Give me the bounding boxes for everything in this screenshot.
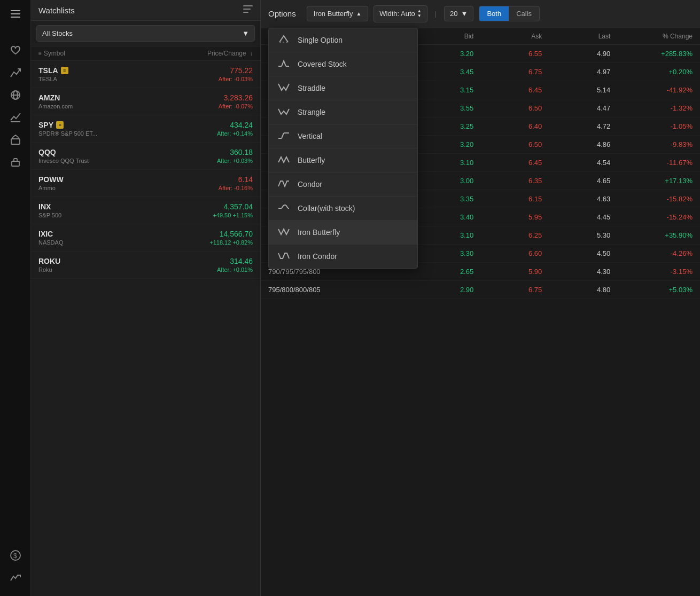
hamburger-menu-icon[interactable]: [6, 4, 25, 23]
pct-col-header: % Change: [610, 33, 693, 40]
cell-last: 4.90: [542, 50, 610, 58]
stock-price: 434.24: [230, 121, 253, 129]
stock-info: INX S&P 500: [38, 202, 61, 218]
cell-last: 5.14: [542, 86, 610, 94]
stock-change: After: +0.03%: [217, 158, 253, 164]
options-data-row[interactable]: 795/800/800/805 2.90 6.75 4.80 +5.03%: [261, 281, 700, 299]
svg-rect-13: [243, 9, 251, 10]
menu-item-icon: [277, 179, 290, 190]
svg-rect-9: [14, 159, 17, 161]
menu-item-label: Straddle: [298, 84, 325, 92]
basket-icon[interactable]: [6, 130, 25, 150]
dropdown-menu-item[interactable]: Butterfly: [269, 148, 417, 172]
quantity-arrow-icon: ▼: [461, 10, 468, 18]
globe-icon[interactable]: [6, 85, 25, 105]
ask-col-header: Ask: [473, 33, 542, 40]
strategy-dropdown[interactable]: Iron Butterfly ▲: [307, 6, 369, 21]
dropdown-menu-item[interactable]: Iron Condor: [269, 245, 417, 268]
cell-pct: +35.90%: [610, 231, 693, 239]
watchlist-title: Watchlists: [38, 6, 75, 15]
cell-ask: 5.95: [473, 213, 542, 221]
cell-pct: +0.20%: [610, 68, 693, 76]
stock-symbol: AMZN: [38, 93, 73, 102]
stock-prices: 14,566.70 +118.12 +0.82%: [209, 230, 253, 246]
dropdown-menu-item[interactable]: Vertical: [269, 124, 417, 148]
stock-info: POWW Ammo: [38, 175, 64, 191]
menu-item-icon: [277, 83, 290, 93]
svg-rect-7: [11, 139, 20, 144]
cell-last: 4.45: [542, 213, 610, 221]
strategy-label: Iron Butterfly: [314, 10, 353, 18]
badge-icon: ≡: [61, 67, 68, 74]
dropdown-menu-item[interactable]: Collar(with stock): [269, 197, 417, 221]
cell-ask: 6.40: [473, 122, 542, 130]
stock-name: Roku: [38, 266, 60, 273]
stock-prices: 6.14 After: -0.16%: [219, 175, 253, 191]
cell-ask: 6.15: [473, 195, 542, 203]
heart-icon[interactable]: [6, 41, 25, 60]
cell-ask: 6.35: [473, 177, 542, 185]
stock-list: TSLA ≡ TESLA 775.22 After: -0.03% AMZN A…: [31, 61, 260, 596]
cell-ask: 6.75: [473, 286, 542, 294]
all-stocks-dropdown[interactable]: All Stocks ▼: [36, 25, 255, 42]
toggle-group: Both Calls: [479, 6, 540, 21]
dropdown-menu-item[interactable]: Iron Butterfly: [269, 221, 417, 245]
stock-change: +118.12 +0.82%: [209, 239, 253, 246]
menu-item-label: Iron Butterfly: [298, 228, 340, 237]
dropdown-menu-item[interactable]: Single Option: [269, 28, 417, 52]
width-dropdown[interactable]: Width: Auto ▲▼: [374, 5, 427, 22]
watchlist-menu-icon[interactable]: [243, 5, 253, 15]
both-toggle[interactable]: Both: [479, 6, 509, 21]
menu-item-label: Collar(with stock): [298, 204, 355, 213]
stock-item[interactable]: SPY ≡ SPDR® S&P 500 ET... 434.24 After: …: [31, 115, 260, 143]
stock-item[interactable]: POWW Ammo 6.14 After: -0.16%: [31, 170, 260, 197]
cell-ask: 6.25: [473, 231, 542, 239]
stock-price: 3,283.26: [224, 93, 253, 102]
cell-ask: 6.45: [473, 86, 542, 94]
watchlist-columns: ≡ Symbol Price/Change ↕: [31, 46, 260, 61]
stock-info: ROKU Roku: [38, 257, 60, 273]
stock-name: S&P 500: [38, 212, 61, 218]
dropdown-menu-item[interactable]: Straddle: [269, 76, 417, 100]
stock-name: Invesco QQQ Trust: [38, 158, 89, 164]
watchlist-filter: All Stocks ▼: [31, 21, 260, 46]
stock-price: 14,566.70: [220, 230, 253, 238]
stock-symbol: QQQ: [38, 148, 89, 156]
cell-pct: -41.92%: [610, 86, 693, 94]
trending-icon[interactable]: [6, 108, 25, 127]
cell-last: 4.72: [542, 122, 610, 130]
stock-item[interactable]: QQQ Invesco QQQ Trust 360.18 After: +0.0…: [31, 143, 260, 170]
stock-symbol: ROKU: [38, 257, 60, 265]
quantity-select[interactable]: 20 ▼: [444, 6, 473, 21]
stock-name: SPDR® S&P 500 ET...: [38, 130, 97, 137]
filter-icon: ≡: [38, 51, 42, 57]
stock-name: NASDAQ: [38, 239, 63, 246]
dropdown-menu-item[interactable]: Condor: [269, 172, 417, 197]
stock-item[interactable]: IXIC NASDAQ 14,566.70 +118.12 +0.82%: [31, 224, 260, 252]
stock-item[interactable]: INX S&P 500 4,357.04 +49.50 +1.15%: [31, 197, 260, 224]
price-column-header: Price/Change ↕: [199, 50, 253, 57]
stock-item[interactable]: AMZN Amazon.com 3,283.26 After: -0.07%: [31, 88, 260, 115]
cell-ask: 6.45: [473, 159, 542, 167]
stock-item[interactable]: ROKU Roku 314.46 After: +0.01%: [31, 252, 260, 279]
stock-prices: 314.46 After: +0.01%: [217, 257, 253, 273]
dollar-icon[interactable]: $: [6, 546, 25, 565]
cell-pct: -1.05%: [610, 122, 693, 130]
stock-price: 360.18: [230, 148, 253, 156]
chart-icon[interactable]: [6, 63, 25, 82]
svg-text:$: $: [13, 552, 17, 560]
calls-toggle[interactable]: Calls: [509, 6, 539, 21]
stock-item[interactable]: TSLA ≡ TESLA 775.22 After: -0.03%: [31, 61, 260, 88]
cell-last: 4.63: [542, 195, 610, 203]
stock-info: SPY ≡ SPDR® S&P 500 ET...: [38, 121, 97, 137]
cell-ask: 6.50: [473, 104, 542, 112]
stock-info: TSLA ≡ TESLA: [38, 66, 68, 82]
menu-item-label: Single Option: [298, 36, 343, 44]
paint-icon[interactable]: [6, 153, 25, 172]
cell-pct: -11.67%: [610, 159, 693, 167]
cell-strike: 795/800/800/805: [268, 286, 405, 294]
dropdown-menu-item[interactable]: Covered Stock: [269, 52, 417, 76]
trending2-icon[interactable]: [6, 568, 25, 587]
dropdown-menu-item[interactable]: Strangle: [269, 100, 417, 124]
svg-rect-0: [11, 10, 20, 11]
